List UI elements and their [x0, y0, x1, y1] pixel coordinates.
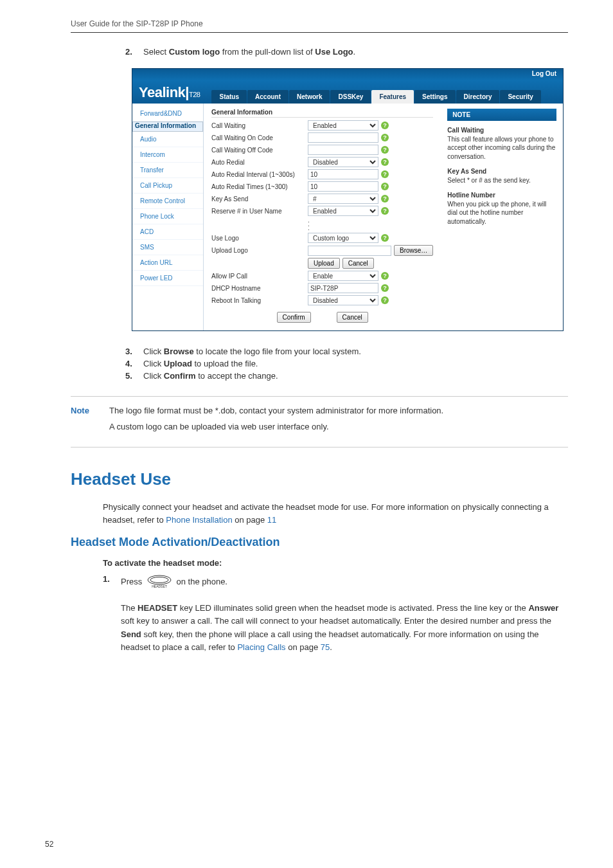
upload-button[interactable]: Upload [308, 258, 340, 269]
txt: . [330, 642, 332, 652]
form-field[interactable] [308, 181, 378, 192]
tab-account[interactable]: Account [247, 90, 289, 104]
form-label: Reboot In Talking [211, 297, 308, 304]
browse-button[interactable]: Browse… [394, 245, 433, 256]
help-icon[interactable]: ? [381, 234, 389, 242]
sidebar-item[interactable]: Transfer [132, 163, 203, 178]
sidebar-item[interactable]: Phone Lock [132, 209, 203, 224]
form-field[interactable]: Disabled [308, 157, 378, 167]
form-field[interactable] [308, 145, 378, 155]
form-label: Auto Redial Interval (1~300s) [211, 171, 308, 178]
help-icon[interactable]: ? [381, 183, 389, 190]
txt-bold: Send [121, 629, 141, 639]
help-icon[interactable]: ? [381, 272, 389, 280]
help-icon[interactable]: ? [381, 146, 389, 154]
step-number: 1. [103, 574, 121, 590]
step-text-post: on the phone. [176, 577, 227, 586]
step-text-b2: Use Logo [315, 47, 353, 57]
upload-logo-label: Upload Logo [211, 247, 308, 254]
svg-point-1 [150, 577, 168, 583]
tab-dsskey[interactable]: DSSKey [330, 90, 371, 104]
help-icon[interactable]: ? [381, 195, 389, 203]
form-label: Key As Send [211, 195, 308, 203]
sidebar-item[interactable]: Call Pickup [132, 178, 203, 194]
activate-head: To activate the headset mode: [103, 558, 568, 568]
help-icon[interactable]: ? [381, 284, 389, 292]
note-block: Key As SendSelect * or # as the send key… [447, 167, 556, 185]
sidebar-item[interactable]: SMS [132, 240, 203, 255]
sidebar-item[interactable]: Power LED [132, 271, 203, 286]
config-screenshot: Log Out Yealink|T28 StatusAccountNetwork… [132, 68, 564, 331]
step-text-mid: from the pull-down list of [220, 47, 315, 57]
step-text: Click Browse to locate the logo file fro… [143, 347, 361, 356]
form-row: Call WaitingEnabled? [211, 120, 433, 131]
form-label: DHCP Hostname [211, 285, 308, 292]
form-field[interactable]: # [308, 194, 378, 204]
tab-status[interactable]: Status [211, 90, 247, 104]
headset-key-icon: HEADSET [145, 574, 174, 590]
help-icon[interactable]: ? [381, 122, 389, 129]
form-row: DHCP Hostname? [211, 283, 433, 293]
confirm-button[interactable]: Confirm [277, 312, 311, 323]
brand-name: Yealink [139, 84, 185, 100]
step-text: Click Upload to upload the file. [143, 359, 258, 368]
section-title-headset-use: Headset Use [71, 469, 568, 489]
sidebar-item[interactable]: Remote Control [132, 194, 203, 209]
body-paragraph: Physically connect your headset and acti… [103, 501, 568, 527]
txt: on page [286, 642, 321, 652]
cancel-button[interactable]: Cancel [337, 312, 368, 323]
help-icon[interactable]: ? [381, 170, 389, 178]
help-icon[interactable]: ? [381, 134, 389, 141]
form-label: Auto Redial Times (1~300) [211, 183, 308, 190]
tab-directory[interactable]: Directory [456, 90, 500, 104]
sidebar-item[interactable]: Action URL [132, 255, 203, 271]
form-field[interactable]: Enabled [308, 120, 378, 131]
headset-key-icon-label: HEADSET [152, 584, 167, 588]
form-field[interactable]: Enable [308, 271, 378, 281]
note-block: Hotline NumberWhen you pick up the phone… [447, 191, 556, 226]
note-panel: NOTE Call WaitingThis call feature allow… [441, 104, 563, 330]
txt-bold: HEADSET [138, 603, 177, 613]
upload-logo-row: Upload Logo Browse… [211, 245, 433, 256]
form-row: Auto Redial Times (1~300)? [211, 181, 433, 192]
form-row: Auto RedialDisabled? [211, 157, 433, 167]
step-number: 3. [125, 347, 143, 356]
sidebar-item[interactable]: Intercom [132, 147, 203, 163]
form-field[interactable] [308, 169, 378, 179]
form-label: Allow IP Call [211, 273, 308, 280]
use-logo-select[interactable]: Custom logo [308, 233, 378, 243]
sidebar-item[interactable]: Audio [132, 132, 203, 147]
note-paragraph: A custom logo can be uploaded via web us… [109, 422, 443, 431]
link-phone-installation[interactable]: Phone Installation [166, 515, 232, 525]
tab-features[interactable]: Features [371, 90, 414, 104]
page-ref: 75 [321, 642, 330, 652]
link-placing-calls[interactable]: Placing Calls [237, 642, 285, 652]
upload-cancel-row: Upload Cancel [211, 258, 433, 269]
use-logo-row: Use Logo Custom logo ? [211, 233, 433, 243]
upload-logo-path[interactable] [308, 246, 391, 256]
logout-link[interactable]: Log Out [532, 69, 563, 77]
sidebar-item[interactable]: Forward&DND [132, 106, 203, 122]
form-label: Call Waiting On Code [211, 134, 308, 141]
body-paragraph: The HEADSET key LED illuminates solid gr… [121, 602, 568, 654]
form-field[interactable] [308, 132, 378, 143]
note-block: Call WaitingThis call feature allows you… [447, 126, 556, 161]
sidebar-item[interactable]: ACD [132, 224, 203, 240]
tab-network[interactable]: Network [289, 90, 330, 104]
brand-logo: Yealink|T28 [139, 84, 200, 101]
step-text: Select Custom logo from the pull-down li… [143, 47, 355, 57]
form-row: Call Waiting Off Code? [211, 145, 433, 155]
sidebar-item[interactable]: General Information [132, 122, 203, 132]
body-mid: on page [233, 515, 267, 525]
general-heading: General Information [211, 109, 433, 118]
cancel-upload-button[interactable]: Cancel [342, 258, 374, 269]
help-icon[interactable]: ? [381, 296, 389, 304]
form-field[interactable]: Enabled [308, 206, 378, 216]
form-field[interactable] [308, 283, 378, 293]
tab-settings[interactable]: Settings [414, 90, 455, 104]
form-field[interactable]: Disabled [308, 295, 378, 305]
step-text-pre: Select [143, 47, 169, 57]
help-icon[interactable]: ? [381, 158, 389, 166]
tab-security[interactable]: Security [500, 90, 540, 104]
help-icon[interactable]: ? [381, 207, 389, 215]
